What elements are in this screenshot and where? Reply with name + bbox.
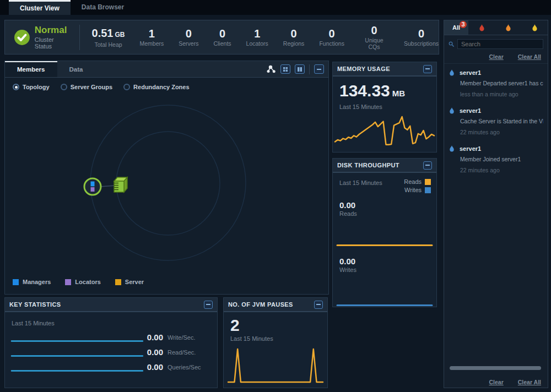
memory-usage-chart bbox=[335, 113, 434, 148]
stat-locators: 1 Locators bbox=[246, 28, 268, 47]
key-statistics-title: KEY STATISTICS bbox=[9, 301, 61, 308]
jvm-pauses-panel: NO. OF JVM PAUSES 2 Last 15 Minutes bbox=[223, 297, 328, 388]
memory-usage-title: MEMORY USAGE bbox=[337, 66, 390, 72]
disk-writes-chart bbox=[337, 297, 432, 306]
radio-redundancy-zones[interactable]: Redundancy Zones bbox=[123, 84, 189, 90]
stat-row-queries: 0.00 Queries/Sec bbox=[12, 361, 209, 371]
clear-all-link[interactable]: Clear All bbox=[518, 379, 541, 385]
jvm-pauses-value: 2 bbox=[230, 317, 321, 334]
alerts-clear-row-top: Clear Clear All bbox=[444, 52, 548, 64]
radio-icon bbox=[123, 84, 130, 90]
disk-throughput-panel: DISK THROUGHPUT Last 15 Minutes Reads Wr… bbox=[332, 158, 437, 307]
radio-icon bbox=[61, 84, 67, 90]
flame-icon bbox=[531, 24, 538, 32]
tab-alerts-all[interactable]: All 3 bbox=[444, 20, 468, 35]
tab-members[interactable]: Members bbox=[5, 61, 57, 77]
alert-item[interactable]: server1 Cache Server is Started in the V… bbox=[444, 102, 548, 140]
collapse-icon[interactable] bbox=[423, 65, 432, 73]
collapse-icon[interactable] bbox=[314, 301, 323, 309]
flame-icon bbox=[505, 24, 512, 32]
topology-view-icon[interactable] bbox=[266, 64, 276, 74]
stat-total-heap: 0.51GB Total Heap bbox=[92, 27, 125, 48]
disk-writes-value: 0.00 Writes bbox=[333, 251, 363, 273]
server-node bbox=[114, 177, 127, 192]
cluster-status-label: Cluster Status bbox=[35, 36, 73, 50]
collapse-icon[interactable] bbox=[314, 64, 324, 74]
disk-throughput-title: DISK THROUGHPUT bbox=[337, 162, 399, 168]
flame-icon bbox=[478, 24, 485, 32]
alert-item[interactable]: server1 Member Joined server1 22 minutes… bbox=[444, 140, 548, 178]
stat-clients: 0 Clients bbox=[213, 28, 231, 47]
memory-usage-value: 134.33MB bbox=[339, 82, 430, 102]
key-statistics-panel: KEY STATISTICS Last 15 Minutes 0.00 Writ… bbox=[4, 297, 218, 388]
tab-cluster-view[interactable]: Cluster View bbox=[9, 0, 71, 15]
server-color-swatch bbox=[115, 279, 121, 285]
cluster-status-value: Normal bbox=[35, 25, 73, 36]
writes-per-sec-chart bbox=[12, 331, 143, 341]
pulse-dashboard: Cluster View Data Browser Normal Cluster… bbox=[0, 0, 551, 392]
main-tab-bar: Cluster View Data Browser bbox=[0, 0, 551, 15]
stat-functions: 0 Functions bbox=[319, 28, 344, 47]
alert-item[interactable]: server1 Member Departed server1 has cras… bbox=[444, 64, 548, 102]
stat-regions: 0 Regions bbox=[283, 28, 305, 47]
jvm-pauses-chart bbox=[228, 348, 323, 383]
legend-server: Server bbox=[115, 279, 144, 285]
alerts-search bbox=[444, 35, 548, 52]
treemap-view-icon[interactable] bbox=[295, 64, 305, 74]
alerts-clear-row-bottom: Clear Clear All bbox=[444, 379, 548, 385]
flame-icon bbox=[449, 69, 455, 77]
stat-row-writes: 0.00 Write/Sec. bbox=[12, 331, 209, 341]
tab-alerts-error[interactable] bbox=[495, 20, 521, 35]
flame-icon bbox=[449, 107, 455, 115]
collapse-icon[interactable] bbox=[423, 161, 432, 170]
key-statistics-window: Last 15 Minutes bbox=[12, 320, 209, 326]
stat-row-reads: 0.00 Read/Sec. bbox=[12, 346, 209, 356]
jvm-pauses-title: NO. OF JVM PAUSES bbox=[228, 301, 293, 308]
cluster-stats: 0.51GB Total Heap 1 Members 0 Servers 0 … bbox=[80, 24, 439, 50]
topology-graph[interactable] bbox=[5, 97, 328, 279]
alerts-sidebar: All 3 bbox=[444, 20, 548, 388]
alerts-count-badge: 3 bbox=[460, 21, 467, 28]
cluster-status: Normal Cluster Status bbox=[5, 25, 79, 50]
member-node-locator bbox=[84, 178, 101, 195]
topology-view-options: Topology Server Groups Redundancy Zones bbox=[5, 78, 328, 96]
reads-color-swatch bbox=[425, 179, 431, 185]
tab-alerts-severe[interactable] bbox=[468, 20, 495, 35]
horizontal-scrollbar[interactable] bbox=[450, 366, 541, 370]
members-tab-bar: Members Data bbox=[5, 61, 328, 78]
stat-servers: 0 Servers bbox=[179, 28, 198, 47]
radio-topology[interactable]: Topology bbox=[13, 84, 50, 90]
alerts-tab-bar: All 3 bbox=[444, 20, 548, 35]
clear-all-link[interactable]: Clear All bbox=[518, 53, 541, 60]
memory-usage-window: Last 15 Minutes bbox=[339, 104, 430, 110]
members-panel: Members Data bbox=[4, 61, 329, 295]
disk-legend: Reads Writes bbox=[404, 178, 431, 195]
cluster-status-bar: Normal Cluster Status 0.51GB Total Heap … bbox=[4, 20, 439, 55]
jvm-pauses-window: Last 15 Minutes bbox=[230, 335, 321, 342]
alerts-list: server1 Member Departed server1 has cras… bbox=[444, 64, 548, 178]
radio-selected-icon bbox=[13, 84, 19, 90]
clear-link[interactable]: Clear bbox=[489, 379, 504, 385]
divider bbox=[309, 64, 310, 74]
tab-data[interactable]: Data bbox=[57, 61, 95, 77]
collapse-icon[interactable] bbox=[204, 301, 213, 309]
tab-alerts-warning[interactable] bbox=[521, 20, 548, 35]
managers-color-swatch bbox=[13, 279, 19, 285]
memory-usage-panel: MEMORY USAGE 134.33MB Last 15 Minutes bbox=[332, 62, 437, 153]
search-input[interactable] bbox=[457, 39, 543, 49]
stat-members: 1 Members bbox=[140, 28, 164, 47]
writes-color-swatch bbox=[425, 187, 431, 193]
flame-icon bbox=[449, 145, 455, 153]
legend-locators: Locators bbox=[65, 279, 100, 285]
stat-unique-cqs: 0 Unique CQs bbox=[359, 24, 389, 50]
disk-window: Last 15 Minutes bbox=[339, 179, 382, 195]
legend-managers: Managers bbox=[13, 279, 51, 285]
clear-link[interactable]: Clear bbox=[489, 53, 504, 60]
check-circle-icon bbox=[14, 29, 30, 46]
grid-view-icon[interactable] bbox=[280, 64, 290, 74]
locators-color-swatch bbox=[65, 279, 71, 285]
radio-server-groups[interactable]: Server Groups bbox=[61, 84, 112, 90]
disk-reads-value: 0.00 Reads bbox=[333, 195, 436, 217]
disk-reads-chart bbox=[337, 237, 432, 246]
tab-data-browser[interactable]: Data Browser bbox=[71, 0, 135, 15]
